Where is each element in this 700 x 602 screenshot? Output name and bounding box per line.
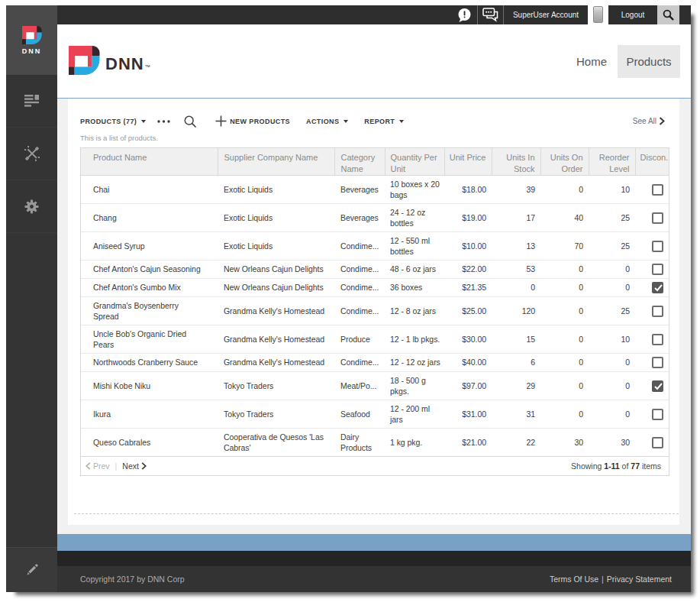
personabar-logo-text: DNN [22,47,42,55]
nav-item-home[interactable]: Home [576,55,607,68]
module-title: PRODUCTS (77) [80,118,137,125]
chevron-right-icon [141,462,147,470]
edit-page-button[interactable] [6,547,57,592]
logout-button[interactable]: Logout [608,5,657,24]
module-title-dropdown[interactable]: PRODUCTS (77) [80,118,146,125]
report-dropdown[interactable]: REPORT [364,118,404,125]
sidebar-item-tools[interactable] [6,128,57,180]
pager-summary-text: Showing [571,461,604,471]
new-products-button[interactable]: NEW PRODUCTS [215,115,290,127]
table-row: Chef Anton's Gumbo MixNew Orleans Cajun … [81,279,669,297]
discontinued-checkbox[interactable] [652,409,663,420]
discontinued-checkbox[interactable] [652,212,663,224]
see-all-link[interactable]: See All [633,117,665,125]
column-header-category[interactable]: Category Name [334,148,385,176]
cell-category: Condime... [334,354,385,372]
dnn-logo-icon [69,46,100,75]
cell-discontinued [635,325,669,354]
sidebar-item-content[interactable] [6,75,57,128]
cell-reorder: 25 [589,232,635,261]
cell-product: Chai [81,176,218,204]
cell-category: Seafood [334,400,385,429]
discontinued-checkbox[interactable] [652,357,663,368]
discontinued-checkbox[interactable] [652,241,663,252]
cell-supplier: New Orleans Cajun Delights [218,261,334,279]
nav-item-products[interactable]: Products [618,45,680,78]
column-header-price[interactable]: Unit Price [444,148,492,176]
cell-quantity: 12 - 550 ml bottles [385,232,444,261]
cell-quantity: 48 - 6 oz jars [385,261,444,279]
column-header-quantity[interactable]: Quantity Per Unit [385,148,444,176]
cell-discontinued [635,354,669,372]
table-row: ChaiExotic LiquidsBeverages10 boxes x 20… [81,176,669,204]
discontinued-checkbox[interactable] [652,282,663,293]
terms-link[interactable]: Terms Of Use [550,574,598,584]
cell-stock: 31 [492,400,540,429]
checkmark-icon [654,284,663,292]
column-header-reorder[interactable]: Reorder Level [589,148,635,176]
more-options-button[interactable] [157,120,170,123]
pencil-icon [25,563,39,577]
cell-reorder: 10 [589,176,635,204]
cell-product: Chef Anton's Gumbo Mix [81,279,218,297]
cell-supplier: Tokyo Traders [218,372,334,400]
products-grid: Product NameSupplier Company NameCategor… [80,147,669,476]
cell-supplier: Exotic Liquids [218,232,334,261]
pager-summary-number: 77 [631,461,640,471]
cell-product: Grandma's Boysenberry Spread [81,297,218,325]
avatar [593,6,603,23]
next-page-button[interactable]: Next [122,461,147,471]
messages-icon [482,8,498,22]
cell-product: Queso Cabrales [81,429,218,457]
cell-supplier: Exotic Liquids [218,204,334,232]
discontinued-checkbox[interactable] [652,437,663,448]
pager-summary: Showing 1-11 of 77 items [571,461,661,471]
cell-product: Northwoods Cranberry Sauce [81,354,218,372]
cell-supplier: Tokyo Traders [218,400,334,429]
cell-stock: 53 [492,261,540,279]
module-description: This is a list of products. [80,134,667,142]
site-header: DNN™ HomeProducts [57,24,691,98]
column-header-product[interactable]: Product Name [81,148,218,176]
cell-product: Ikura [81,400,218,429]
discontinued-checkbox[interactable] [652,184,663,196]
alerts-button[interactable] [452,5,477,24]
prev-page-button[interactable]: Prev [85,461,110,471]
cell-category: Beverages [334,204,385,232]
cell-discontinued [635,176,669,204]
pager-summary-text: items [640,461,661,471]
sidebar-item-settings[interactable] [6,180,57,233]
table-row: IkuraTokyo TradersSeafood12 - 200 ml jar… [81,400,669,429]
cell-discontinued [635,429,669,457]
search-icon [663,9,674,21]
cell-category: Dairy Products [334,429,385,457]
site-logo[interactable]: DNN™ [69,46,150,75]
cell-price: $21.35 [444,279,492,297]
module-search-button[interactable] [184,115,196,128]
cell-reorder: 30 [589,429,635,457]
cell-reorder: 25 [589,204,635,232]
discontinued-checkbox[interactable] [652,380,663,392]
column-header-supplier[interactable]: Supplier Company Name [218,148,334,176]
topbar-end-spacer [679,5,691,24]
messages-button[interactable] [478,5,503,24]
discontinued-checkbox[interactable] [652,306,663,317]
column-header-stock[interactable]: Units In Stock [492,148,540,176]
discontinued-checkbox[interactable] [652,334,663,345]
column-header-order[interactable]: Units On Order [540,148,589,176]
column-header-discontinued[interactable]: Discon... [635,148,669,176]
alert-bubble-icon [457,8,472,23]
cell-price: $30.00 [444,325,492,354]
cell-product: Mishi Kobe Niku [81,372,218,400]
personabar-logo[interactable]: DNN [6,5,57,75]
user-avatar-area[interactable] [588,5,608,27]
actions-dropdown[interactable]: ACTIONS [306,118,348,125]
cell-supplier: New Orleans Cajun Delights [218,279,334,297]
account-button[interactable]: SuperUser Account [504,5,588,24]
site-search-button[interactable] [657,5,679,24]
privacy-link[interactable]: Privacy Statement [607,574,672,584]
cell-order: 0 [540,354,589,372]
site-nav: HomeProducts [576,24,680,98]
discontinued-checkbox[interactable] [652,264,663,275]
cell-stock: 0 [492,279,540,297]
